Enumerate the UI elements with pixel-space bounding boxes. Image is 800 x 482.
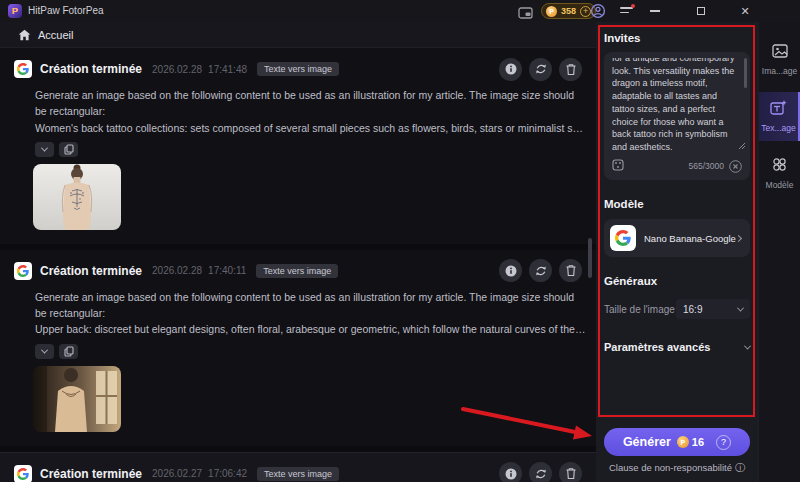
disclaimer-link[interactable]: Clause de non-responsabilitéⓘ xyxy=(596,461,758,475)
generate-button[interactable]: Générer P 16 ? xyxy=(604,428,750,456)
invites-heading: Invites xyxy=(604,32,750,44)
collapse-chevron-button[interactable] xyxy=(35,344,54,359)
item-time: 17:41:48 xyxy=(208,64,247,75)
breadcrumb-bar: Accueil xyxy=(0,22,596,48)
chevron-right-icon xyxy=(735,234,742,241)
delete-button[interactable] xyxy=(559,462,582,482)
regenerate-button[interactable] xyxy=(529,462,552,482)
titlebar: P HitPaw FotorPea P 358 + ✕ xyxy=(0,0,800,22)
copy-button[interactable] xyxy=(59,142,78,157)
delete-button[interactable] xyxy=(559,259,582,282)
item-status: Création terminée xyxy=(40,264,142,278)
close-button[interactable]: ✕ xyxy=(732,0,758,22)
item-prompt-text: Generate an image based on the following… xyxy=(35,87,587,136)
item-date: 2026.02.28 xyxy=(152,265,202,276)
coin-icon: P xyxy=(546,6,557,17)
google-logo xyxy=(14,465,32,482)
generated-image-thumbnail[interactable] xyxy=(33,164,121,230)
model-heading: Modèle xyxy=(604,198,750,210)
app-logo: P xyxy=(8,4,22,18)
menu-icon[interactable] xyxy=(620,7,633,16)
dice-icon[interactable] xyxy=(612,157,624,175)
textarea-scrollbar[interactable] xyxy=(744,58,747,88)
image-icon xyxy=(772,44,788,62)
coin-icon: P xyxy=(677,436,689,448)
history-item: Création terminée 2026.02.27 17:06:42 Te… xyxy=(0,452,596,482)
item-status: Création terminée xyxy=(40,467,142,481)
info-button[interactable] xyxy=(499,259,522,282)
history-item: Création terminée 2026.02.28 17:41:48 Te… xyxy=(0,48,596,244)
nav-item-text-to-image[interactable]: Tex...age xyxy=(759,92,800,141)
item-time: 17:40:11 xyxy=(208,265,246,276)
minimize-button[interactable] xyxy=(642,0,668,22)
item-type-badge: Texte vers image xyxy=(257,62,339,76)
chevron-down-icon xyxy=(737,304,744,311)
generate-cost: 16 xyxy=(692,436,704,448)
history-item: Création terminée 2026.02.28 17:40:11 Te… xyxy=(0,250,596,446)
info-circle-icon: ⓘ xyxy=(735,462,745,473)
google-logo xyxy=(610,225,636,251)
history-scrollbar[interactable] xyxy=(588,238,592,278)
item-date: 2026.02.28 xyxy=(152,64,202,75)
clear-prompt-button[interactable] xyxy=(729,160,742,173)
nav-item-image-to-image[interactable]: Ima...age xyxy=(759,36,800,84)
credits-count: 358 xyxy=(561,6,576,16)
info-button[interactable] xyxy=(499,462,522,482)
logo-letter: P xyxy=(12,6,18,16)
model-name: Nano Banana-Google:... xyxy=(644,233,736,244)
collapse-chevron-button[interactable] xyxy=(35,142,54,157)
prompt-textarea[interactable]: dragons, combined with geometric element… xyxy=(604,52,750,180)
google-logo xyxy=(14,60,32,78)
mini-window-icon[interactable] xyxy=(518,5,533,23)
maximize-button[interactable] xyxy=(688,0,714,22)
advanced-settings-toggle[interactable]: Paramètres avancés xyxy=(604,341,750,353)
app-window: P HitPaw FotorPea P 358 + ✕ Accueil xyxy=(0,0,800,482)
resize-handle-icon[interactable] xyxy=(738,136,746,154)
image-size-select[interactable]: 16:9 xyxy=(676,299,750,319)
delete-button[interactable] xyxy=(559,58,582,81)
regenerate-button[interactable] xyxy=(529,259,552,282)
regenerate-button[interactable] xyxy=(529,58,552,81)
breadcrumb[interactable]: Accueil xyxy=(38,29,73,41)
home-icon[interactable] xyxy=(18,29,31,41)
info-button[interactable] xyxy=(499,58,522,81)
model-circles-icon xyxy=(772,157,787,176)
copy-button[interactable] xyxy=(59,344,78,359)
item-status: Création terminée xyxy=(40,62,142,76)
generated-image-thumbnail[interactable] xyxy=(33,366,121,432)
history-list: Création terminée 2026.02.28 17:41:48 Te… xyxy=(0,48,596,482)
model-selector[interactable]: Nano Banana-Google:... xyxy=(604,219,750,257)
notification-dot xyxy=(631,4,635,8)
generate-help-icon[interactable]: ? xyxy=(716,435,731,450)
text-to-image-icon xyxy=(770,100,787,119)
char-counter: 565/3000 xyxy=(689,161,724,171)
item-time: 17:06:42 xyxy=(208,468,247,479)
item-date: 2026.02.27 xyxy=(152,468,202,479)
image-size-value: 16:9 xyxy=(683,304,738,315)
credits-pill[interactable]: P 358 + xyxy=(541,3,596,19)
account-icon[interactable] xyxy=(590,3,606,23)
image-size-label: Taille de l'image xyxy=(604,304,675,315)
google-logo xyxy=(14,262,32,280)
item-prompt-text: Generate an image based on the following… xyxy=(35,289,587,338)
prompt-panel: Invites dragons, combined with geometric… xyxy=(596,22,758,482)
prompt-text: dragons, combined with geometric element… xyxy=(612,58,740,154)
nav-item-model[interactable]: Modèle xyxy=(759,149,800,198)
item-type-badge: Texte vers image xyxy=(257,467,339,481)
general-heading: Généraux xyxy=(604,275,750,287)
item-type-badge: Texte vers image xyxy=(256,264,338,278)
chevron-down-icon xyxy=(744,342,751,349)
right-nav: Ima...age Tex...age Modèle xyxy=(758,22,800,482)
app-title: HitPaw FotorPea xyxy=(28,5,104,16)
